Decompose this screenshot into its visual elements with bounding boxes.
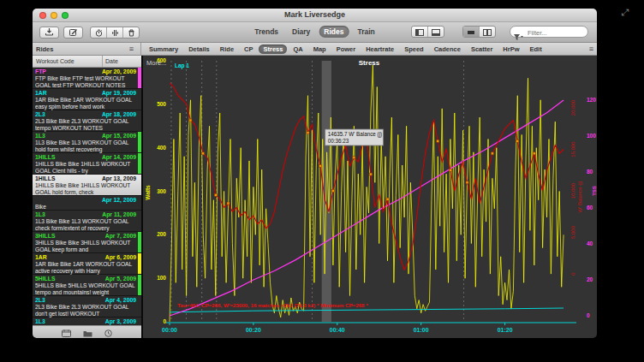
workout-code: 5HILLS (35, 276, 55, 282)
ride-row[interactable]: Apr 12, 2009Bike (33, 196, 141, 211)
ride-row[interactable]: 1L3Apr 15, 20091L3 Bike Bike 1L3 WORKOUT… (33, 132, 141, 153)
view-tab-scatter[interactable]: Scatter (467, 45, 497, 54)
stopwatch-button[interactable] (91, 27, 107, 38)
ride-row[interactable]: 1HILLSApr 13, 20091HILLS Bike Bike 1HILL… (33, 175, 141, 196)
ride-row[interactable]: 1L3Apr 3, 20091L3 Bike Bike 1L3 WORKOUT (33, 317, 141, 325)
funnel-icon[interactable] (514, 29, 524, 45)
chart-title: Stress (359, 59, 380, 67)
ride-row[interactable]: 1ARApr 6, 20091AR Bike Bike 1AR WORKOUT … (33, 253, 141, 275)
column-workout-code[interactable]: Workout Code (33, 56, 103, 67)
svg-text:60: 60 (587, 205, 593, 211)
ride-row[interactable]: 3HILLSApr 7, 20093HILLS Bike Bike 3HILLS… (33, 232, 141, 253)
minimize-button[interactable] (51, 12, 57, 19)
match-marker (386, 198, 389, 200)
wbal-series (170, 83, 564, 270)
ride-date: Apr 12, 2009 (102, 197, 136, 204)
match-marker (189, 119, 192, 122)
view-tab-qa[interactable]: QA (289, 45, 307, 54)
ride-row[interactable]: 1L3Apr 11, 20091L3 Bike Bike 1L3 WORKOUT… (33, 211, 141, 232)
svg-text:0: 0 (163, 318, 166, 324)
svg-text:Watts: Watts (145, 185, 151, 200)
view-tabs: SummaryDetailsRideCPStressQAMapPowerHear… (141, 45, 586, 54)
download-button[interactable] (39, 27, 59, 39)
view-tab-stress[interactable]: Stress (259, 45, 287, 54)
clock-icon[interactable] (104, 325, 112, 338)
compose-button[interactable] (63, 27, 83, 39)
delete-button[interactable] (123, 27, 139, 38)
ride-row[interactable]: 1ARApr 19, 20091AR Bike Bike 1AR WORKOUT… (33, 89, 141, 110)
ride-row[interactable]: FTPApr 20, 2009FTP Bike Bike FTP test WO… (33, 68, 141, 89)
ride-list: FTPApr 20, 2009FTP Bike Bike FTP test WO… (33, 68, 141, 325)
stress-chart[interactable]: 00:0000:2000:4001:0001:20010020030040050… (143, 56, 597, 338)
chart-menu-icon[interactable]: ≡ (586, 45, 597, 53)
svg-text:TSS: TSS (592, 186, 597, 196)
column-date[interactable]: Date (103, 58, 141, 64)
app-tab-diary[interactable]: Diary (287, 26, 315, 38)
ride-date: Apr 6, 2009 (105, 254, 136, 261)
workout-code: 2L3 (35, 297, 45, 304)
zoom-button[interactable] (62, 12, 69, 19)
ride-row[interactable]: 1HILLSApr 14, 20091HILLS Bike Bike 1HILL… (33, 153, 141, 175)
view-tab-cadence[interactable]: Cadence (430, 45, 465, 54)
titlebar[interactable]: Mark Liversedge (33, 9, 597, 22)
sidebar-column-headers[interactable]: Workout Code Date (33, 56, 141, 68)
more-link: More... (146, 59, 166, 67)
match-marker (331, 190, 334, 193)
app-tab-trends[interactable]: Trends (249, 26, 283, 38)
toggle-left-sidebar-button[interactable] (412, 27, 428, 37)
ride-description: FTP Bike Bike FTP test WORKOUT GOAL test… (35, 75, 136, 89)
ride-description: 1L3 Bike Bike 1L3 WORKOUT GOAL check for… (35, 218, 136, 232)
close-button[interactable] (39, 12, 46, 19)
ride-date: Apr 13, 2009 (102, 175, 136, 182)
ride-date: Apr 14, 2009 (102, 154, 136, 161)
view-tab-map[interactable]: Map (309, 45, 331, 54)
cp-annotation: Tau=461, CP=266, W'=23000, 16 matches >2… (177, 302, 368, 308)
svg-text:00:36:23: 00:36:23 (328, 138, 349, 144)
workout-code: 1HILLS (35, 175, 55, 182)
ride-row[interactable]: 2L3Apr 18, 20092L3 Bike Bike 2L3 WORKOUT… (33, 110, 141, 132)
svg-text:500: 500 (157, 101, 166, 107)
sidebar-menu-icon[interactable]: ≡ (126, 45, 137, 53)
svg-text:10,000: 10,000 (570, 182, 575, 199)
split-button[interactable] (107, 27, 123, 38)
lap-marker-label: Lap 1 (175, 62, 189, 69)
view-tab-cp[interactable]: CP (240, 45, 257, 54)
folder-icon[interactable] (83, 325, 92, 338)
workout-code: 1L3 (35, 318, 45, 325)
app-tabs: TrendsDiaryRidesTrain (249, 26, 380, 38)
single-view-button[interactable] (463, 27, 480, 37)
workout-code: 1L3 (35, 133, 45, 139)
svg-text:00:40: 00:40 (330, 327, 345, 333)
view-tab-details[interactable]: Details (184, 45, 214, 54)
filter-input[interactable] (526, 27, 589, 39)
stress-plot[interactable]: 00:0000:2000:4001:0001:20010020030040050… (143, 56, 597, 338)
svg-text:14635.7 W' Balance (j): 14635.7 W' Balance (j) (328, 131, 383, 138)
svg-text:400: 400 (157, 145, 166, 151)
download-icon (45, 28, 53, 36)
ride-row[interactable]: 5HILLSApr 5, 20095HILLS Bike 5HILLS WORK… (33, 275, 141, 296)
view-tab-speed[interactable]: Speed (400, 45, 428, 54)
view-tab-hrpw[interactable]: HrPw (498, 45, 523, 54)
match-marker (516, 139, 519, 142)
calendar-icon[interactable] (62, 325, 71, 338)
app-tab-train[interactable]: Train (352, 26, 379, 38)
ride-row[interactable]: 2L3Apr 4, 20092L3 Bike Bike 2L3 WORKOUT … (33, 296, 141, 317)
view-tab-heartrate[interactable]: Heartrate (361, 45, 398, 54)
toggle-bottom-bar-button[interactable] (428, 27, 444, 37)
svg-text:00:20: 00:20 (246, 327, 261, 333)
stopwatch-icon (95, 27, 103, 39)
view-tab-ride[interactable]: Ride (216, 45, 238, 54)
svg-text:40: 40 (587, 240, 593, 246)
app-tab-rides[interactable]: Rides (319, 26, 349, 38)
tiled-view-button[interactable] (480, 27, 495, 37)
workout-code: 1HILLS (35, 154, 55, 161)
workout-code: 2L3 (35, 111, 45, 118)
svg-text:5,000: 5,000 (570, 225, 575, 239)
color-stripe (138, 232, 141, 252)
view-tab-power[interactable]: Power (332, 45, 361, 54)
view-tab-edit[interactable]: Edit (526, 45, 546, 54)
main-toolbar: TrendsDiaryRidesTrain (33, 22, 597, 43)
view-tab-summary[interactable]: Summary (145, 45, 182, 54)
svg-text:01:20: 01:20 (498, 327, 513, 333)
fullscreen-icon[interactable]: ⤢ (621, 7, 629, 18)
